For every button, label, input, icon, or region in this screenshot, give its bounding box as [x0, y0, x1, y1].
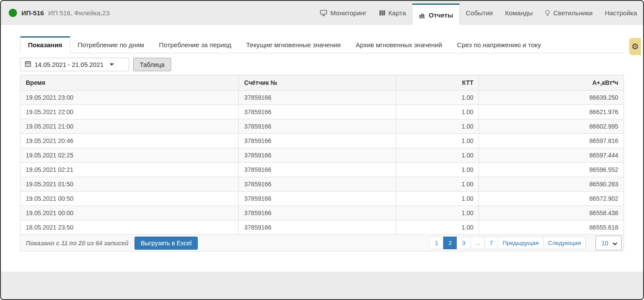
status-online-dot — [9, 9, 17, 17]
date-range-picker[interactable]: 14.05.2021 - 21.05.2021 — [20, 58, 129, 71]
table-cell: 37859166 — [239, 119, 396, 134]
table-cell: 19.05.2021 23:00 — [21, 91, 239, 105]
table-cell: 86639.250 — [479, 91, 624, 105]
subtab-voltage-current-slice[interactable]: Срез по напряжению и току — [450, 37, 548, 53]
table-cell: 86555.618 — [479, 220, 624, 235]
calendar-icon — [25, 61, 31, 68]
table-header-row: Время Счётчик № КТТ А+,кВт*ч — [21, 75, 624, 91]
table-cell: 19.05.2021 20:46 — [21, 134, 239, 148]
panel-settings-tab[interactable]: ⚙ — [629, 38, 641, 55]
nav-item-monitoring[interactable]: Мониторинг — [314, 1, 372, 25]
subtab-current-instant-values[interactable]: Текущие мгновенные значения — [239, 37, 348, 53]
table-row: 19.05.2021 01:50378591661.0086590.283 — [21, 177, 624, 192]
date-range-value: 14.05.2021 - 21.05.2021 — [34, 61, 103, 68]
table-cell: 86596.552 — [479, 163, 624, 177]
table-cell: 1.00 — [396, 192, 479, 206]
table-cell: 19.05.2021 01:50 — [21, 177, 239, 192]
records-summary: Показано с 11 по 20 из 64 записей — [26, 240, 128, 247]
table-cell: 37859166 — [239, 163, 396, 177]
table-cell: 37859166 — [239, 177, 396, 192]
table-body: 19.05.2021 23:00378591661.0086639.25019.… — [21, 91, 624, 235]
table-cell: 18.05.2021 23:50 — [21, 220, 239, 235]
table-cell: 19.05.2021 21:00 — [21, 119, 239, 134]
table-cell: 37859166 — [239, 105, 396, 119]
table-cell: 1.00 — [396, 119, 479, 134]
table-view-button[interactable]: Таблица — [133, 58, 171, 71]
table-cell: 37859166 — [239, 206, 396, 220]
table-cell: 37859166 — [239, 192, 396, 206]
table-row: 18.05.2021 23:50378591661.0086555.618 — [21, 220, 624, 235]
table-footer: Показано с 11 по 20 из 64 записей Выгруз… — [20, 235, 624, 251]
export-excel-button[interactable]: Выгрузить в Excel — [134, 237, 198, 250]
table-cell: 1.00 — [396, 177, 479, 192]
table-cell: 1.00 — [396, 105, 479, 119]
column-header-energy: А+,кВт*ч — [479, 75, 624, 91]
table-cell: 86621.976 — [479, 105, 624, 119]
table-cell: 1.00 — [396, 134, 479, 148]
table-cell: 19.05.2021 02:21 — [21, 163, 239, 177]
pagination-page-2[interactable]: 2 — [443, 237, 457, 249]
top-header: ИП-516 ИП 516, Филейка,23 Мониторинг Кар… — [1, 1, 643, 25]
table-cell: 86597.816 — [479, 134, 624, 148]
table-cell: 19.05.2021 22:00 — [21, 105, 239, 119]
pagination-page-3[interactable]: 3 — [457, 237, 471, 249]
monitor-icon — [320, 10, 327, 16]
main-panel: Показания Потребление по дням Потреблени… — [1, 25, 643, 272]
bar-chart-icon — [419, 12, 426, 18]
pagination-prev-button[interactable]: Предыдущая — [498, 237, 544, 249]
nav-item-events[interactable]: События — [460, 1, 499, 25]
nav-item-map[interactable]: Карта — [373, 1, 412, 25]
table-row: 19.05.2021 02:25378591661.0086597.444 — [21, 148, 624, 163]
table-row: 19.05.2021 21:00378591661.0086602.995 — [21, 119, 624, 134]
nav-item-commands[interactable]: Команды — [499, 1, 539, 25]
pagination-next-button[interactable]: Следующая — [543, 237, 586, 249]
table-row: 19.05.2021 00:00378591661.0086558.438 — [21, 206, 624, 220]
table-cell: 19.05.2021 00:00 — [21, 206, 239, 220]
readings-table: Время Счётчик № КТТ А+,кВт*ч 19.05.2021 … — [20, 75, 624, 235]
table-row: 19.05.2021 23:00378591661.0086639.250 — [21, 91, 624, 105]
table-cell: 1.00 — [396, 148, 479, 163]
pagination-page-7[interactable]: 7 — [484, 237, 498, 249]
column-header-meter: Счётчик № — [239, 75, 396, 91]
device-id: ИП-516 — [21, 9, 44, 17]
table-cell: 37859166 — [239, 134, 396, 148]
lightbulb-icon — [545, 10, 550, 17]
subtab-readings[interactable]: Показания — [20, 36, 70, 53]
table-row: 19.05.2021 20:46378591661.0086597.816 — [21, 134, 624, 148]
table-cell: 86590.283 — [479, 177, 624, 192]
chevron-down-icon — [613, 240, 617, 247]
table-row: 19.05.2021 00:50378591661.0086572.902 — [21, 192, 624, 206]
map-icon — [379, 10, 386, 16]
pagination-pages: 123...7 — [430, 237, 498, 249]
pagination-ellipsis: ... — [470, 237, 485, 249]
nav-item-reports[interactable]: Отчеты — [412, 3, 460, 25]
subtab-consumption-period[interactable]: Потребление за период — [152, 37, 239, 53]
table-cell: 86572.902 — [479, 192, 624, 206]
table-cell: 1.00 — [396, 163, 479, 177]
nav-item-settings[interactable]: Настройка — [599, 1, 643, 25]
table-row: 19.05.2021 22:00378591661.0086621.976 — [21, 105, 624, 119]
table-cell: 86558.438 — [479, 206, 624, 220]
device-description: ИП 516, Филейка,23 — [48, 9, 110, 17]
column-header-ktt: КТТ — [396, 75, 479, 91]
pagination: 123...7 Предыдущая Следующая — [430, 237, 585, 249]
table-cell: 19.05.2021 02:25 — [21, 148, 239, 163]
table-cell: 86597.444 — [479, 148, 624, 163]
table-cell: 37859166 — [239, 220, 396, 235]
top-nav: Мониторинг Карта Отчеты События Команды … — [314, 1, 643, 25]
subtab-instant-values-archive[interactable]: Архив мгновенных значений — [348, 37, 449, 53]
table-cell: 1.00 — [396, 220, 479, 235]
subtab-consumption-by-day[interactable]: Потребление по дням — [70, 37, 152, 53]
report-subtabs: Показания Потребление по дням Потреблени… — [20, 36, 624, 53]
page-size-value: 10 — [601, 240, 608, 247]
table-cell: 1.00 — [396, 206, 479, 220]
table-cell: 37859166 — [239, 148, 396, 163]
app-window: ИП-516 ИП 516, Филейка,23 Мониторинг Кар… — [0, 0, 644, 300]
gear-icon: ⚙ — [631, 42, 639, 52]
nav-item-luminaires[interactable]: Светильники — [539, 1, 599, 25]
table-row: 19.05.2021 02:21378591661.0086596.552 — [21, 163, 624, 177]
pagination-page-1[interactable]: 1 — [430, 237, 444, 249]
page-size-select[interactable]: 10 — [596, 236, 622, 250]
table-cell: 19.05.2021 00:50 — [21, 192, 239, 206]
chevron-down-icon — [110, 63, 114, 66]
